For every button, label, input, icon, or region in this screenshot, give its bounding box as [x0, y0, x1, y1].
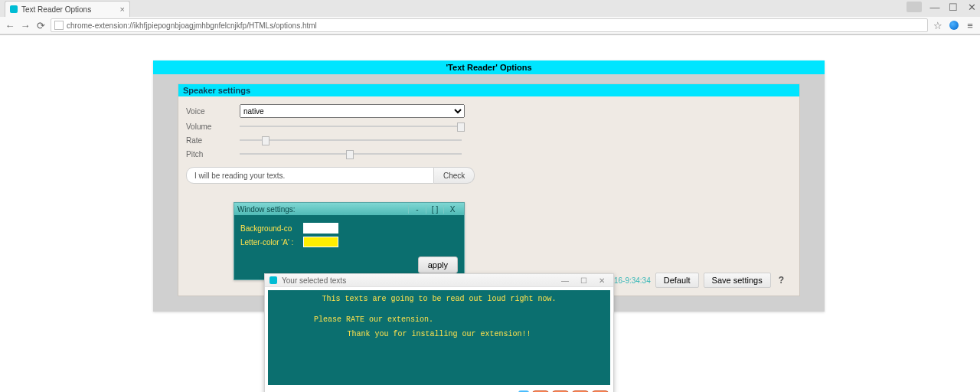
window-settings-panel: Window settings: - [ ] X Background-co L… [234, 202, 465, 280]
page-title: 'Text Reader' Options [153, 60, 825, 74]
help-button[interactable]: ? [776, 275, 787, 286]
preview-titlebar[interactable]: Your selected texts — ☐ ✕ [265, 274, 613, 287]
preview-line-1: This texts are going to be read out loud… [276, 295, 603, 303]
preview-maximize-icon[interactable]: ☐ [577, 276, 590, 285]
nav-reload-icon[interactable]: ⟳ [35, 20, 46, 31]
window-minimize-icon[interactable]: — [929, 2, 940, 12]
sample-text-input[interactable] [186, 167, 434, 184]
browser-chrome: Text Reader Options × — ☐ ✕ ← → ⟳ chrome… [0, 0, 980, 35]
maximize-icon[interactable]: [ ] [426, 205, 443, 214]
window-controls: — ☐ ✕ [906, 0, 977, 14]
speaker-section-title: Speaker settings [178, 84, 799, 96]
save-settings-button[interactable]: Save settings [704, 273, 771, 288]
preview-line-3: Thank you for installing our extension!! [276, 330, 603, 338]
page-icon [54, 21, 64, 30]
apply-button[interactable]: apply [418, 256, 458, 273]
window-settings-title: Window settings: [237, 205, 296, 214]
window-settings-titlebar[interactable]: Window settings: - [ ] X [234, 203, 464, 215]
letter-color-label: Letter-color 'A' : [240, 238, 300, 247]
preview-title: Your selected texts [282, 276, 346, 285]
preview-toolbar: ⏻ ⟲ ⏸ ⏻ [265, 388, 613, 392]
address-bar: ← → ⟳ chrome-extension://ikhfjpiepognbjo… [0, 17, 980, 34]
default-button[interactable]: Default [655, 273, 699, 288]
nav-back-icon[interactable]: ← [5, 20, 15, 31]
preview-line-2: Please RATE our extension. [314, 315, 603, 324]
window-maximize-icon[interactable]: ☐ [948, 2, 959, 12]
tab-strip: Text Reader Options × — ☐ ✕ [0, 0, 980, 17]
volume-label: Volume [186, 122, 240, 131]
omnibox[interactable]: chrome-extension://ikhfjpiepognbjoagjmhb… [51, 18, 928, 32]
pitch-label: Pitch [186, 150, 240, 158]
nav-forward-icon[interactable]: → [20, 20, 31, 31]
tab-favicon [10, 5, 18, 13]
user-badge-icon[interactable] [906, 2, 922, 12]
bookmark-star-icon[interactable]: ☆ [933, 20, 943, 31]
preview-close-icon[interactable]: ✕ [595, 276, 609, 285]
preview-favicon [270, 276, 277, 284]
tab-close-icon[interactable]: × [120, 5, 125, 14]
preview-screen: This texts are going to be read out loud… [268, 290, 610, 385]
browser-tab[interactable]: Text Reader Options × [5, 1, 130, 17]
preview-minimize-icon[interactable]: — [558, 276, 572, 285]
rate-slider[interactable] [240, 135, 462, 145]
check-button[interactable]: Check [434, 167, 475, 184]
extension-icon[interactable] [949, 21, 959, 30]
menu-icon[interactable]: ≡ [965, 20, 975, 31]
letter-color-swatch[interactable] [303, 237, 338, 247]
voice-label: Voice [186, 107, 240, 116]
page-body: 'Text Reader' Options Speaker settings V… [0, 35, 980, 392]
minimize-icon[interactable]: - [408, 205, 426, 214]
bg-color-swatch[interactable] [303, 223, 338, 234]
speaker-form: Voice native Volume [178, 96, 799, 193]
volume-slider[interactable] [240, 121, 462, 132]
close-icon[interactable]: X [443, 205, 461, 214]
tab-title: Text Reader Options [21, 5, 91, 14]
url-text: chrome-extension://ikhfjpiepognbjoagjmhb… [67, 21, 317, 30]
preview-window: Your selected texts — ☐ ✕ This texts are… [264, 273, 614, 392]
rate-label: Rate [186, 136, 240, 145]
voice-select[interactable]: native [240, 104, 465, 118]
pitch-slider[interactable] [240, 149, 462, 159]
window-close-icon[interactable]: ✕ [966, 2, 977, 12]
bg-color-label: Background-co [240, 224, 300, 233]
